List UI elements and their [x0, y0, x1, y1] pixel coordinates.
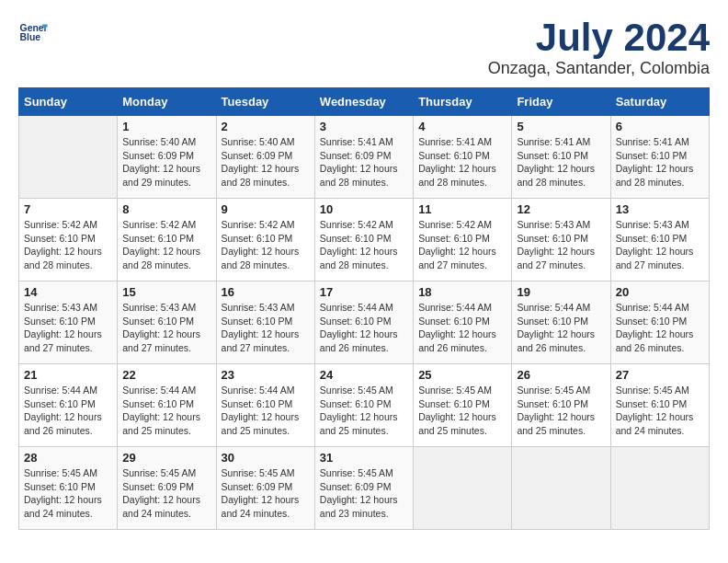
day-number: 14 — [24, 285, 112, 299]
day-info: Sunrise: 5:41 AM Sunset: 6:10 PM Dayligh… — [517, 135, 605, 190]
calendar-cell — [512, 447, 610, 530]
calendar-cell: 24Sunrise: 5:45 AM Sunset: 6:10 PM Dayli… — [314, 364, 413, 447]
day-info: Sunrise: 5:41 AM Sunset: 6:09 PM Dayligh… — [320, 135, 408, 190]
calendar-cell: 21Sunrise: 5:44 AM Sunset: 6:10 PM Dayli… — [19, 364, 118, 447]
day-info: Sunrise: 5:42 AM Sunset: 6:10 PM Dayligh… — [320, 218, 408, 272]
calendar-cell: 1Sunrise: 5:40 AM Sunset: 6:09 PM Daylig… — [118, 116, 216, 199]
calendar-week-row: 7Sunrise: 5:42 AM Sunset: 6:10 PM Daylig… — [19, 199, 710, 282]
calendar-week-row: 14Sunrise: 5:43 AM Sunset: 6:10 PM Dayli… — [19, 282, 710, 364]
day-info: Sunrise: 5:41 AM Sunset: 6:10 PM Dayligh… — [418, 135, 506, 190]
day-info: Sunrise: 5:44 AM Sunset: 6:10 PM Dayligh… — [616, 301, 704, 355]
calendar-table: SundayMondayTuesdayWednesdayThursdayFrid… — [18, 87, 710, 530]
title-area: July 2024 Onzaga, Santander, Colombia — [488, 18, 710, 78]
day-number: 11 — [418, 202, 506, 216]
calendar-cell: 27Sunrise: 5:45 AM Sunset: 6:10 PM Dayli… — [610, 364, 709, 447]
day-number: 30 — [222, 451, 310, 465]
calendar-cell — [414, 447, 512, 530]
day-number: 5 — [517, 120, 605, 133]
location-subtitle: Onzaga, Santander, Colombia — [488, 59, 710, 78]
column-header-tuesday: Tuesday — [216, 88, 314, 116]
column-header-sunday: Sunday — [19, 88, 118, 116]
logo-icon: General Blue — [18, 18, 48, 48]
day-info: Sunrise: 5:45 AM Sunset: 6:10 PM Dayligh… — [616, 384, 704, 438]
calendar-cell: 12Sunrise: 5:43 AM Sunset: 6:10 PM Dayli… — [512, 199, 610, 282]
calendar-cell: 7Sunrise: 5:42 AM Sunset: 6:10 PM Daylig… — [19, 199, 118, 282]
calendar-cell: 6Sunrise: 5:41 AM Sunset: 6:10 PM Daylig… — [610, 116, 709, 199]
day-number: 13 — [616, 202, 704, 216]
calendar-cell: 23Sunrise: 5:44 AM Sunset: 6:10 PM Dayli… — [216, 364, 314, 447]
calendar-cell: 28Sunrise: 5:45 AM Sunset: 6:10 PM Dayli… — [19, 447, 118, 530]
day-number: 25 — [418, 368, 506, 382]
svg-text:Blue: Blue — [20, 32, 41, 42]
calendar-cell: 17Sunrise: 5:44 AM Sunset: 6:10 PM Dayli… — [314, 282, 413, 364]
day-number: 12 — [517, 202, 605, 216]
logo: General Blue — [18, 18, 48, 48]
page-header: General Blue July 2024 Onzaga, Santander… — [18, 18, 710, 78]
calendar-cell — [610, 447, 709, 530]
calendar-cell: 30Sunrise: 5:45 AM Sunset: 6:09 PM Dayli… — [216, 447, 314, 530]
calendar-cell: 14Sunrise: 5:43 AM Sunset: 6:10 PM Dayli… — [19, 282, 118, 364]
day-number: 23 — [222, 368, 310, 382]
calendar-cell: 26Sunrise: 5:45 AM Sunset: 6:10 PM Dayli… — [512, 364, 610, 447]
day-info: Sunrise: 5:44 AM Sunset: 6:10 PM Dayligh… — [222, 384, 310, 438]
calendar-cell: 20Sunrise: 5:44 AM Sunset: 6:10 PM Dayli… — [610, 282, 709, 364]
day-info: Sunrise: 5:42 AM Sunset: 6:10 PM Dayligh… — [222, 218, 310, 272]
day-number: 9 — [222, 202, 310, 216]
calendar-header-row: SundayMondayTuesdayWednesdayThursdayFrid… — [19, 88, 710, 116]
column-header-saturday: Saturday — [610, 88, 709, 116]
day-number: 26 — [517, 368, 605, 382]
calendar-cell: 11Sunrise: 5:42 AM Sunset: 6:10 PM Dayli… — [414, 199, 512, 282]
calendar-week-row: 21Sunrise: 5:44 AM Sunset: 6:10 PM Dayli… — [19, 364, 710, 447]
day-info: Sunrise: 5:42 AM Sunset: 6:10 PM Dayligh… — [24, 218, 112, 272]
day-info: Sunrise: 5:45 AM Sunset: 6:10 PM Dayligh… — [24, 466, 112, 521]
day-info: Sunrise: 5:45 AM Sunset: 6:10 PM Dayligh… — [418, 384, 506, 438]
day-number: 22 — [122, 368, 210, 382]
day-info: Sunrise: 5:45 AM Sunset: 6:09 PM Dayligh… — [320, 466, 408, 521]
calendar-cell: 3Sunrise: 5:41 AM Sunset: 6:09 PM Daylig… — [314, 116, 413, 199]
day-number: 7 — [24, 202, 112, 216]
day-number: 4 — [418, 120, 506, 133]
calendar-cell: 22Sunrise: 5:44 AM Sunset: 6:10 PM Dayli… — [118, 364, 216, 447]
day-number: 28 — [24, 451, 112, 465]
day-number: 17 — [320, 285, 408, 299]
column-header-monday: Monday — [118, 88, 216, 116]
day-number: 21 — [24, 368, 112, 382]
day-info: Sunrise: 5:40 AM Sunset: 6:09 PM Dayligh… — [222, 135, 310, 190]
column-header-wednesday: Wednesday — [314, 88, 413, 116]
calendar-body: 1Sunrise: 5:40 AM Sunset: 6:09 PM Daylig… — [19, 116, 710, 530]
day-number: 3 — [320, 120, 408, 133]
calendar-cell: 8Sunrise: 5:42 AM Sunset: 6:10 PM Daylig… — [118, 199, 216, 282]
day-info: Sunrise: 5:43 AM Sunset: 6:10 PM Dayligh… — [24, 301, 112, 355]
calendar-cell: 31Sunrise: 5:45 AM Sunset: 6:09 PM Dayli… — [314, 447, 413, 530]
calendar-cell — [19, 116, 118, 199]
calendar-week-row: 1Sunrise: 5:40 AM Sunset: 6:09 PM Daylig… — [19, 116, 710, 199]
calendar-cell: 16Sunrise: 5:43 AM Sunset: 6:10 PM Dayli… — [216, 282, 314, 364]
day-info: Sunrise: 5:44 AM Sunset: 6:10 PM Dayligh… — [320, 301, 408, 355]
day-info: Sunrise: 5:44 AM Sunset: 6:10 PM Dayligh… — [24, 384, 112, 438]
day-number: 10 — [320, 202, 408, 216]
calendar-cell: 2Sunrise: 5:40 AM Sunset: 6:09 PM Daylig… — [216, 116, 314, 199]
day-info: Sunrise: 5:45 AM Sunset: 6:10 PM Dayligh… — [517, 384, 605, 438]
calendar-cell: 10Sunrise: 5:42 AM Sunset: 6:10 PM Dayli… — [314, 199, 413, 282]
day-info: Sunrise: 5:43 AM Sunset: 6:10 PM Dayligh… — [616, 218, 704, 272]
day-number: 6 — [616, 120, 704, 133]
day-number: 2 — [222, 120, 310, 133]
day-info: Sunrise: 5:45 AM Sunset: 6:09 PM Dayligh… — [122, 466, 210, 521]
day-info: Sunrise: 5:45 AM Sunset: 6:10 PM Dayligh… — [320, 384, 408, 438]
day-number: 19 — [517, 285, 605, 299]
day-info: Sunrise: 5:44 AM Sunset: 6:10 PM Dayligh… — [418, 301, 506, 355]
calendar-cell: 9Sunrise: 5:42 AM Sunset: 6:10 PM Daylig… — [216, 199, 314, 282]
day-number: 8 — [122, 202, 210, 216]
column-header-thursday: Thursday — [414, 88, 512, 116]
day-number: 1 — [122, 120, 210, 133]
day-info: Sunrise: 5:42 AM Sunset: 6:10 PM Dayligh… — [418, 218, 506, 272]
calendar-cell: 18Sunrise: 5:44 AM Sunset: 6:10 PM Dayli… — [414, 282, 512, 364]
calendar-cell: 4Sunrise: 5:41 AM Sunset: 6:10 PM Daylig… — [414, 116, 512, 199]
calendar-cell: 19Sunrise: 5:44 AM Sunset: 6:10 PM Dayli… — [512, 282, 610, 364]
day-info: Sunrise: 5:43 AM Sunset: 6:10 PM Dayligh… — [222, 301, 310, 355]
calendar-week-row: 28Sunrise: 5:45 AM Sunset: 6:10 PM Dayli… — [19, 447, 710, 530]
day-number: 16 — [222, 285, 310, 299]
calendar-cell: 29Sunrise: 5:45 AM Sunset: 6:09 PM Dayli… — [118, 447, 216, 530]
day-info: Sunrise: 5:41 AM Sunset: 6:10 PM Dayligh… — [616, 135, 704, 190]
month-year-title: July 2024 — [488, 18, 710, 57]
